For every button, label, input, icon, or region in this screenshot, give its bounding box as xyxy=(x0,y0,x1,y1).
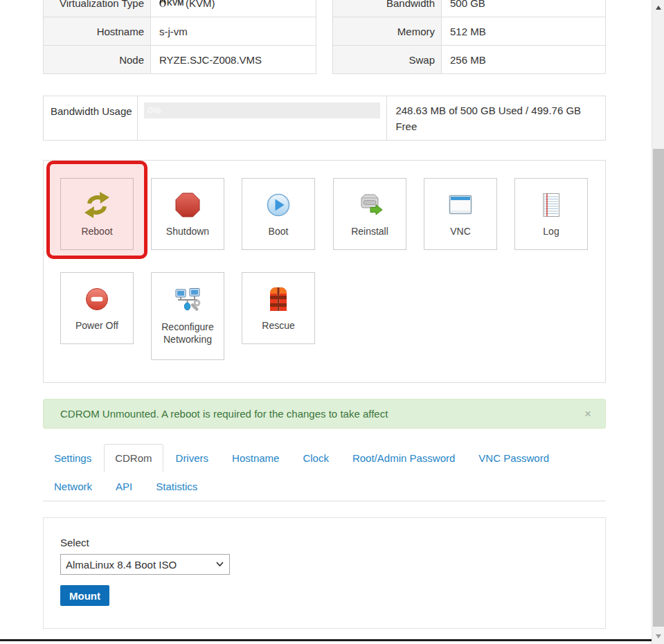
tab-settings[interactable]: Settings xyxy=(43,444,102,472)
reboot-icon xyxy=(83,191,111,219)
cdrom-unmounted-alert: CDROM Unmounted. A reboot is required fo… xyxy=(43,399,606,429)
reboot-button[interactable]: Reboot xyxy=(60,178,134,250)
rescue-icon xyxy=(264,285,292,313)
action-label: Boot xyxy=(269,225,289,238)
reconfigure-networking-icon xyxy=(174,287,201,314)
vm-actions-panel: Reboot Shutdown Boot xyxy=(43,160,606,383)
bandwidth-progress-bar: 0% xyxy=(144,102,380,118)
virtualization-type-text: (KVM) xyxy=(186,0,215,9)
virtualization-type-value: KVM (KVM) xyxy=(151,0,316,17)
vertical-scrollbar[interactable] xyxy=(652,0,664,644)
table-row: Virtualization Type KVM (KVM) xyxy=(44,0,316,17)
scrollbar-down-arrow[interactable] xyxy=(652,629,664,644)
table-row: Node RYZE.SJC-Z008.VMS xyxy=(44,46,316,74)
cdrom-tab-panel: Select AlmaLinux 8.4 Boot ISO Mount xyxy=(43,517,606,629)
action-label: Power Off xyxy=(75,319,118,332)
power-off-icon xyxy=(83,285,111,313)
scrollbar-up-arrow[interactable] xyxy=(652,0,664,15)
action-label: Rescue xyxy=(262,319,294,332)
tab-drivers[interactable]: Drivers xyxy=(165,444,220,472)
bandwidth-usage-row: Bandwidth Usage 0% 248.63 MB of 500 GB U… xyxy=(43,96,606,141)
virtualization-type-label: Virtualization Type xyxy=(44,0,151,17)
bandwidth-usage-label: Bandwidth Usage xyxy=(44,96,137,140)
tab-network[interactable]: Network xyxy=(43,472,103,501)
rescue-button[interactable]: Rescue xyxy=(242,272,315,344)
table-row: Swap 256 MB xyxy=(333,46,606,74)
shutdown-button[interactable]: Shutdown xyxy=(151,178,224,250)
triangle-up-icon xyxy=(656,6,661,10)
iso-select[interactable]: AlmaLinux 8.4 Boot ISO xyxy=(60,554,230,575)
tab-api[interactable]: API xyxy=(105,472,143,501)
alert-message: CDROM Unmounted. A reboot is required fo… xyxy=(60,408,388,420)
vnc-button[interactable]: VNC xyxy=(424,178,497,250)
action-label: Reinstall xyxy=(351,225,388,238)
mount-button[interactable]: Mount xyxy=(60,585,109,606)
table-row: Bandwidth 500 GB xyxy=(333,0,606,17)
bandwidth-progress-percent: 0% xyxy=(144,102,380,118)
kvm-logo-icon: KVM xyxy=(159,0,184,8)
tab-hostname[interactable]: Hostname xyxy=(221,444,290,472)
swap-label: Swap xyxy=(333,46,442,74)
tab-root-admin-password[interactable]: Root/Admin Password xyxy=(341,444,466,472)
memory-value: 512 MB xyxy=(442,17,606,46)
action-label: VNC xyxy=(450,225,471,238)
node-label: Node xyxy=(44,46,151,74)
bandwidth-usage-progress-cell: 0% xyxy=(137,96,386,140)
swap-value: 256 MB xyxy=(442,46,606,74)
node-value: RYZE.SJC-Z008.VMS xyxy=(151,46,316,74)
alert-close-icon[interactable]: × xyxy=(584,408,591,420)
hostname-value: s-j-vm xyxy=(151,17,316,46)
action-label: Reboot xyxy=(81,225,112,238)
tab-statistics[interactable]: Statistics xyxy=(145,472,208,501)
page-viewport: Virtualization Type KVM (KVM) xyxy=(0,0,664,644)
log-button[interactable]: Log xyxy=(514,178,588,250)
vm-info-table-left: Virtualization Type KVM (KVM) xyxy=(43,0,316,74)
action-label: Reconfigure Networking xyxy=(152,321,224,346)
vnc-icon xyxy=(447,191,474,219)
boot-button[interactable]: Boot xyxy=(242,178,315,250)
scrollbar-thumb[interactable] xyxy=(653,149,664,627)
tab-cdrom[interactable]: CDRom xyxy=(104,444,163,472)
vm-info-tables: Virtualization Type KVM (KVM) xyxy=(43,0,606,74)
shutdown-icon xyxy=(174,191,201,219)
select-label: Select xyxy=(60,537,605,548)
bandwidth-value: 500 GB xyxy=(442,0,606,17)
reinstall-button[interactable]: Reinstall xyxy=(333,178,406,250)
log-icon xyxy=(537,191,565,219)
main-content: Virtualization Type KVM (KVM) xyxy=(43,0,606,629)
action-label: Shutdown xyxy=(166,225,209,238)
svg-text:KVM: KVM xyxy=(167,0,183,7)
table-row: Memory 512 MB xyxy=(333,17,606,46)
kvm-value: KVM (KVM) xyxy=(159,0,316,9)
page-bottom-edge xyxy=(0,639,652,641)
wrench-glyph xyxy=(190,300,200,312)
settings-tab-bar: Settings CDRom Drivers Hostname Clock Ro… xyxy=(43,444,606,501)
reinstall-icon xyxy=(356,191,384,219)
action-label: Log xyxy=(543,225,559,238)
vm-info-table-right: Bandwidth 500 GB Memory 512 MB Swap 256 … xyxy=(332,0,606,74)
bandwidth-label: Bandwidth xyxy=(333,0,442,17)
table-row: Hostname s-j-vm xyxy=(44,17,316,46)
reconfigure-networking-button[interactable]: Reconfigure Networking xyxy=(151,272,224,360)
tab-clock[interactable]: Clock xyxy=(291,444,340,472)
tab-vnc-password[interactable]: VNC Password xyxy=(467,444,560,472)
iso-select-wrap: AlmaLinux 8.4 Boot ISO xyxy=(60,554,230,575)
bandwidth-usage-detail: 248.63 MB of 500 GB Used / 499.76 GB Fre… xyxy=(386,96,605,140)
boot-icon xyxy=(264,191,292,219)
power-off-button[interactable]: Power Off xyxy=(60,272,134,344)
hostname-label: Hostname xyxy=(44,17,151,46)
memory-label: Memory xyxy=(333,17,442,46)
triangle-down-icon xyxy=(656,634,661,638)
